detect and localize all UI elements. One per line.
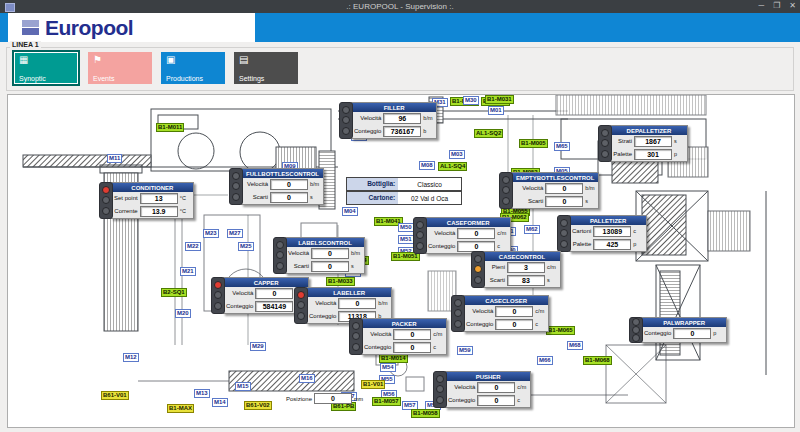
- machine-panel-emptybottlescontrol[interactable]: EMPTYBOTTLESCONTROL Velocità 0 b/m Scart…: [499, 172, 599, 209]
- status-light-top: [297, 291, 305, 299]
- panel-row: Scarti 0 s: [512, 195, 598, 208]
- position-value[interactable]: 0: [314, 393, 352, 404]
- panel-row-label: Conteggio: [309, 313, 336, 319]
- minimize-button[interactable]: ─: [758, 1, 764, 10]
- panel-row-label: Scarti: [528, 198, 543, 204]
- panel-row: Set point 13 °C: [112, 192, 193, 205]
- tile-label: Synoptic: [19, 75, 46, 82]
- status-light-top: [474, 255, 482, 263]
- panel-row: Velocità 96 b/m: [352, 112, 436, 125]
- panel-row-unit: c: [497, 243, 508, 249]
- panel-row: Pieni 3 c/m: [484, 261, 560, 274]
- panel-row-label: Velocità: [315, 300, 336, 306]
- status-light-bottom: [601, 150, 609, 158]
- status-light-column: [294, 287, 308, 324]
- machine-panel-fullbottlescontrol[interactable]: FULLBOTTLESCONTROL Velocità 0 b/m Scarti…: [229, 168, 324, 205]
- bell-icon: ⚑: [93, 54, 102, 66]
- maximize-button[interactable]: ❐: [773, 1, 780, 10]
- panel-row-unit: s: [310, 194, 321, 200]
- machine-panel-conditioner[interactable]: CONDITIONER Set point 13 °C Corrente 13.…: [99, 182, 194, 219]
- machine-panel-filler[interactable]: FILLER Velocità 96 b/m Conteggio 736167 …: [339, 102, 437, 139]
- nav-tile-productions[interactable]: ▣ Productions: [161, 52, 225, 84]
- status-light-column: [273, 237, 287, 274]
- panel-row-label: Corrente: [114, 208, 137, 214]
- device-badge-b1-m031: B1-M031: [485, 95, 514, 104]
- synoptic-canvas: FILLER Velocità 96 b/m Conteggio 736167 …: [7, 94, 795, 428]
- panel-row-unit: b/m: [310, 181, 321, 187]
- panel-row-label: Conteggio: [226, 303, 253, 309]
- panel-row-label: Velocità: [360, 115, 381, 121]
- device-badge-m25: M25: [238, 242, 254, 251]
- panel-row: Conteggio 0 c: [464, 318, 548, 331]
- panel-row-value: 1867: [634, 136, 672, 147]
- machine-panel-labelscontrol[interactable]: LABELSCONTROL Velocità 0 b/m Scarti 0 s: [273, 237, 365, 274]
- panel-row-unit: s: [351, 263, 362, 269]
- nav-tile-settings[interactable]: ▤ Settings: [234, 52, 298, 84]
- nav-tile-events[interactable]: ⚑ Events: [88, 52, 152, 84]
- panel-row-unit: b/m: [423, 115, 434, 121]
- machine-panel-palwrapper[interactable]: PALWRAPPER Conteggio 0 p: [629, 317, 727, 343]
- device-badge-m14: M14: [212, 398, 228, 407]
- recipe-infobox: Bottiglia: Classico: [346, 177, 462, 191]
- status-light-bottom: [416, 242, 424, 250]
- machine-panel-title: FILLER: [352, 103, 436, 112]
- device-badge-b61-v01: B61-V01: [101, 391, 129, 400]
- panel-row-label: Velocità: [232, 290, 253, 296]
- panel-row-label: Palette: [573, 241, 592, 247]
- device-badge-b1-m033: B1-M033: [326, 277, 355, 286]
- panel-row-unit: b/m: [351, 250, 362, 256]
- panel-row-value: 736167: [383, 126, 421, 137]
- status-light-bottom: [632, 334, 640, 342]
- header-band: Europool: [0, 13, 800, 42]
- panel-row-value: 96: [383, 113, 421, 124]
- status-light-column: [339, 102, 353, 139]
- panel-row: Velocità 0 b/m: [307, 297, 391, 310]
- panel-row-label: Velocità: [288, 250, 309, 256]
- status-light-middle: [632, 326, 640, 334]
- machine-panel-palletizer[interactable]: PALLETIZER Cartoni 13089 c Palette 425 p: [557, 215, 647, 252]
- panel-row-label: Set point: [114, 195, 138, 201]
- status-light-top: [352, 322, 360, 330]
- status-light-middle: [416, 231, 424, 239]
- machine-panel-depalletizer[interactable]: DEPALLETIZER Strati 1867 s Palette 301 p: [598, 125, 688, 162]
- status-light-top: [632, 318, 640, 326]
- panel-row-label: Conteggio: [428, 243, 455, 249]
- machine-panel-casecontrol[interactable]: CASECONTROL Pieni 3 c/m Scarti 83 s: [471, 251, 561, 288]
- close-button[interactable]: ✕: [789, 1, 796, 10]
- status-light-column: [349, 318, 363, 355]
- machine-panel-title: EMPTYBOTTLESCONTROL: [512, 173, 598, 182]
- panel-row-label: Conteggio: [448, 397, 475, 403]
- panel-row-label: Pieni: [492, 264, 505, 270]
- status-light-top: [560, 219, 568, 227]
- position-label: Posizione: [286, 396, 312, 402]
- panel-row-unit: c/m: [547, 264, 558, 270]
- panel-row-label: Strati: [618, 138, 632, 144]
- panel-row: Scarti 83 s: [484, 274, 560, 287]
- device-badge-b1-m057: B1-M057: [372, 397, 401, 406]
- status-light-top: [454, 299, 462, 307]
- panel-row-unit: c: [433, 344, 444, 350]
- machine-panel-pusher[interactable]: PUSHER Velocità 0 c/m Conteggio 0 c: [433, 371, 531, 408]
- machine-panel-packer[interactable]: PACKER Velocità 0 c/m Conteggio 0 c: [349, 318, 447, 355]
- machine-panel-caseformer[interactable]: CASEFORMER Velocità 0 c/m Conteggio 0 c: [413, 217, 511, 254]
- panel-row-value: 0: [393, 329, 431, 340]
- nav-tile-synoptic[interactable]: ▦ Synoptic: [14, 52, 78, 84]
- panel-row-unit: c: [633, 228, 644, 234]
- panel-row-value: 0: [673, 328, 711, 339]
- status-light-column: [629, 317, 643, 343]
- status-light-column: [451, 295, 465, 332]
- recipe-label: Cartone:: [347, 192, 398, 204]
- status-light-column: [471, 251, 485, 288]
- machine-panel-casecloser[interactable]: CASECLOSER Velocità 0 c/m Conteggio 0 c: [451, 295, 549, 332]
- panel-row-unit: c/m: [497, 230, 508, 236]
- device-badge-b1-max: B1-MAX: [167, 404, 194, 413]
- panel-row-value: 13.9: [140, 206, 178, 217]
- panel-row-value: 425: [593, 239, 631, 250]
- panel-row-value: 0: [545, 183, 583, 194]
- panel-row-unit: b/m: [378, 300, 389, 306]
- status-light-middle: [297, 301, 305, 309]
- status-light-column: [229, 168, 243, 205]
- panel-row: Scarti 0 s: [286, 260, 364, 273]
- panel-row-label: Velocità: [522, 185, 543, 191]
- linea1-label: LINEA 1: [10, 41, 41, 48]
